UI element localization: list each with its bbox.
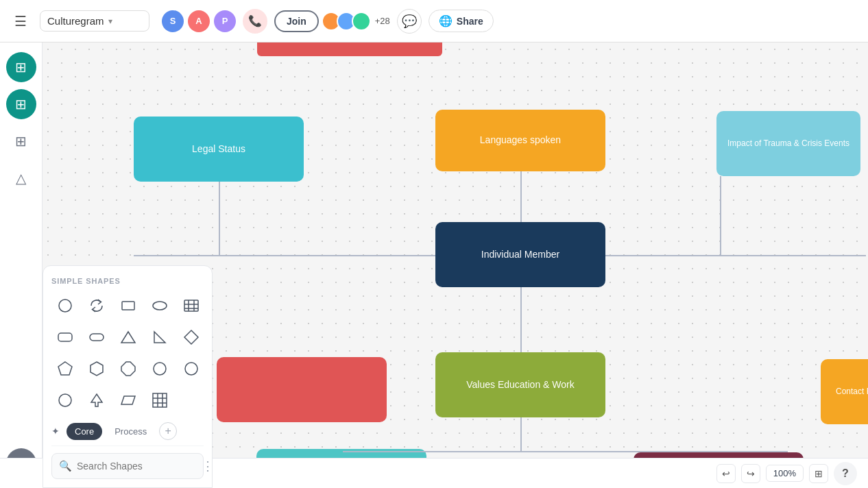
shape-octagon[interactable] — [114, 355, 142, 382]
sidebar-button-grid2[interactable]: ⊞ — [6, 89, 36, 119]
shape-stadium[interactable] — [83, 324, 110, 351]
connector-lang-individual — [520, 171, 522, 222]
shape-tabs-row: ✦ Core Process + — [51, 422, 204, 446]
shape-refresh[interactable] — [83, 292, 110, 319]
shape-grid2[interactable] — [146, 387, 173, 414]
join-button[interactable]: Join — [274, 10, 319, 32]
node-red-partial[interactable] — [217, 357, 387, 422]
sidebar-button-shapes[interactable]: △ — [6, 163, 36, 193]
shape-arrow-up[interactable] — [83, 387, 110, 414]
search-icon: 🔍 — [59, 460, 72, 472]
grid-button[interactable]: ⊞ — [809, 464, 828, 483]
node-impact-label: Impact of Trauma & Crisis Events — [727, 138, 849, 149]
tab-core[interactable]: Core — [67, 423, 102, 440]
shape-rectangle[interactable] — [114, 292, 142, 319]
shapes-grid — [51, 292, 204, 414]
sidebar-button-grid3[interactable]: ⊞ — [6, 126, 36, 156]
node-impact-crisis[interactable]: Impact of Trauma & Crisis Events — [716, 111, 860, 176]
avatar-2: A — [188, 10, 210, 32]
node-individual-member[interactable]: Individual Member — [435, 222, 605, 287]
header: ☰ Culturegram ▾ S A P 📞 Join +28 💬 🌐 Sha… — [0, 0, 868, 42]
shape-ellipse[interactable] — [146, 292, 173, 319]
svg-marker-11 — [154, 332, 165, 343]
node-legal-status[interactable]: Legal Status — [134, 117, 304, 182]
help-button[interactable]: ? — [834, 462, 857, 485]
add-tab-button[interactable]: + — [159, 422, 177, 440]
svg-point-18 — [59, 394, 71, 406]
globe-icon: 🌐 — [439, 14, 453, 27]
svg-rect-9 — [90, 334, 104, 341]
search-shapes-input[interactable] — [77, 461, 197, 472]
connector-h-legal — [134, 255, 435, 256]
chevron-down-icon: ▾ — [108, 16, 112, 26]
svg-rect-8 — [58, 333, 72, 341]
avatar-3: P — [214, 10, 236, 32]
document-title: Culturegram — [47, 15, 104, 27]
shape-circle4[interactable] — [51, 387, 79, 414]
document-title-area[interactable]: Culturegram ▾ — [40, 10, 149, 32]
node-contact[interactable]: Contact Religious H... — [821, 359, 868, 424]
node-values-ed-label: Values Education & Work — [466, 378, 574, 392]
shape-right-triangle[interactable] — [146, 324, 173, 351]
zoom-level-display: 100% — [766, 465, 804, 482]
shapes-section-label: SIMPLE SHAPES — [51, 277, 204, 285]
svg-marker-12 — [184, 330, 198, 344]
svg-marker-15 — [121, 362, 135, 376]
node-languages-spoken[interactable]: Languages spoken — [435, 110, 605, 171]
connector-h-right — [605, 255, 866, 256]
tab-process[interactable]: Process — [106, 423, 155, 440]
svg-marker-20 — [121, 396, 135, 404]
right-avatar-3 — [352, 12, 371, 31]
node-languages-label: Languages spoken — [480, 134, 561, 147]
shape-parallelogram[interactable] — [114, 387, 142, 414]
connector-individual-values — [520, 287, 522, 352]
share-label: Share — [457, 16, 483, 27]
svg-marker-10 — [121, 332, 135, 343]
connector-v-right — [720, 176, 721, 256]
avatar-1: S — [162, 10, 184, 32]
shape-circle3[interactable] — [178, 355, 205, 382]
collaborator-avatars: S A P — [162, 10, 236, 32]
shape-rounded-rect[interactable] — [51, 324, 79, 351]
chat-button[interactable]: 💬 — [397, 9, 422, 34]
svg-point-16 — [154, 363, 166, 375]
search-shapes-row: 🔍 ⋮ — [51, 453, 204, 479]
svg-marker-14 — [91, 362, 103, 376]
left-sidebar: ⊞ ⊞ ⊞ △ ✕ — [0, 42, 43, 488]
node-contact-label: Contact Religious H... — [836, 386, 868, 398]
connector-v-bottom — [520, 417, 522, 452]
top-bar-red — [257, 42, 442, 56]
more-options-icon[interactable]: ⋮ — [202, 459, 214, 474]
svg-marker-13 — [58, 362, 72, 375]
shape-tab-icon: ✦ — [51, 426, 60, 437]
node-individual-label: Individual Member — [481, 248, 559, 262]
svg-point-2 — [153, 302, 167, 310]
shape-diamond[interactable] — [178, 324, 205, 351]
sidebar-button-grid1[interactable]: ⊞ — [6, 52, 36, 82]
svg-rect-1 — [122, 302, 134, 310]
connector-v-legal — [219, 182, 220, 256]
right-avatars: +28 — [326, 12, 390, 31]
svg-point-0 — [59, 300, 71, 312]
connector-h-bottom — [343, 451, 521, 452]
connector-h-bottom-right — [520, 451, 788, 452]
node-legal-label: Legal Status — [192, 143, 245, 156]
svg-marker-19 — [91, 394, 102, 406]
shape-circle2[interactable] — [146, 355, 173, 382]
phone-button[interactable]: 📞 — [243, 9, 267, 34]
shape-triangle[interactable] — [114, 324, 142, 351]
menu-button[interactable]: ☰ — [8, 9, 33, 34]
shape-hexagon[interactable] — [83, 355, 110, 382]
svg-rect-3 — [184, 300, 198, 311]
redo-button[interactable]: ↪ — [741, 464, 760, 483]
share-button[interactable]: 🌐 Share — [429, 10, 494, 32]
svg-point-17 — [185, 363, 197, 375]
node-values-education[interactable]: Values Education & Work — [435, 352, 605, 417]
shapes-panel: SIMPLE SHAPES — [43, 265, 213, 488]
avatar-count-badge: +28 — [375, 16, 390, 26]
shape-pentagon[interactable] — [51, 355, 79, 382]
svg-rect-21 — [153, 393, 167, 407]
shape-circle[interactable] — [51, 292, 79, 319]
undo-button[interactable]: ↩ — [716, 464, 736, 483]
shape-table[interactable] — [178, 292, 205, 319]
